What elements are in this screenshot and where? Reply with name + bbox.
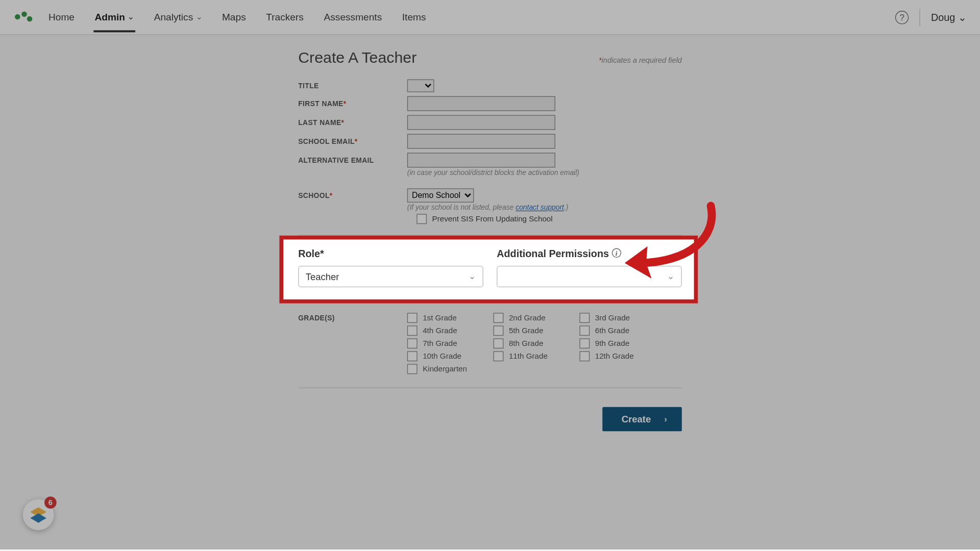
grade-5-checkbox[interactable] — [494, 325, 504, 336]
grade-3-checkbox[interactable] — [579, 313, 590, 323]
chevron-down-icon: ⌄ — [667, 271, 675, 281]
title-select[interactable] — [407, 79, 434, 92]
grades-grid: 1st Grade 2nd Grade 3rd Grade 4th Grade … — [407, 313, 666, 374]
grade-2-checkbox[interactable] — [494, 313, 504, 323]
grade-label: 9th Grade — [595, 339, 629, 347]
user-menu[interactable]: Doug ⌄ — [931, 11, 967, 23]
divider — [920, 8, 920, 26]
chevron-down-icon: ⌄ — [958, 11, 967, 23]
grade-label: 5th Grade — [509, 327, 543, 335]
grade-12-checkbox[interactable] — [579, 351, 590, 361]
grade-label: 3rd Grade — [595, 314, 630, 322]
grade-6-checkbox[interactable] — [579, 325, 590, 336]
create-button[interactable]: Create › — [603, 407, 682, 431]
help-widget[interactable]: 6 — [23, 499, 54, 530]
alt-email-input[interactable] — [407, 153, 555, 167]
grade-11-checkbox[interactable] — [494, 351, 504, 361]
last-name-label: LAST NAME* — [298, 118, 407, 126]
svg-point-1 — [21, 11, 27, 17]
svg-point-2 — [27, 16, 33, 21]
grade-label: Kindergarten — [423, 365, 467, 373]
title-label: TITLE — [298, 81, 407, 89]
page-content: Create A Teacher **indicates a required … — [0, 35, 980, 458]
grade-label: 1st Grade — [423, 314, 457, 322]
nav-items-link[interactable]: Items — [401, 2, 427, 32]
permissions-label: Additional Permissions i — [497, 247, 682, 259]
grade-label: 8th Grade — [509, 339, 543, 347]
grade-4-checkbox[interactable] — [407, 325, 418, 336]
school-email-input[interactable] — [407, 134, 555, 148]
first-name-input[interactable] — [407, 96, 555, 111]
school-label: SCHOOL* — [298, 191, 407, 199]
alt-email-hint: (in case your school/district blocks the… — [407, 168, 682, 176]
nav-right: ? Doug ⌄ — [895, 8, 967, 26]
nav-assessments[interactable]: Assessments — [323, 2, 383, 32]
chevron-down-icon: ⌄ — [196, 12, 202, 21]
svg-point-0 — [15, 14, 20, 19]
prevent-sis-label: Prevent SIS From Updating School — [432, 215, 553, 223]
grade-7-checkbox[interactable] — [407, 338, 418, 348]
nav-trackers[interactable]: Trackers — [265, 2, 305, 32]
top-nav: Home Admin⌄ Analytics⌄ Maps Trackers Ass… — [0, 0, 980, 35]
school-select[interactable]: Demo School — [407, 188, 474, 203]
required-note: **indicates a required fieldindicates a … — [599, 56, 682, 64]
school-email-label: SCHOOL EMAIL* — [298, 137, 407, 145]
grade-9-checkbox[interactable] — [579, 338, 590, 348]
nav-analytics[interactable]: Analytics⌄ — [153, 2, 203, 32]
chevron-down-icon: ⌄ — [128, 12, 134, 21]
prevent-sis-checkbox[interactable] — [416, 214, 427, 224]
last-name-input[interactable] — [407, 115, 555, 130]
notification-badge: 6 — [44, 496, 57, 509]
grade-1-checkbox[interactable] — [407, 313, 418, 323]
grade-label: 10th Grade — [423, 352, 461, 360]
svg-marker-4 — [30, 513, 46, 522]
nav-items: Home Admin⌄ Analytics⌄ Maps Trackers Ass… — [47, 2, 895, 32]
grade-10-checkbox[interactable] — [407, 351, 418, 361]
chevron-down-icon: ⌄ — [469, 271, 476, 281]
first-name-label: FIRST NAME* — [298, 99, 407, 108]
help-icon[interactable]: ? — [895, 10, 909, 23]
nav-home[interactable]: Home — [47, 2, 76, 32]
permissions-select[interactable]: ⌄ — [497, 265, 682, 287]
role-select[interactable]: Teacher ⌄ — [298, 265, 483, 287]
info-icon[interactable]: i — [611, 248, 621, 258]
grade-label: 2nd Grade — [509, 314, 546, 322]
grade-label: 11th Grade — [509, 352, 548, 360]
school-hint: (If your school is not listed, please co… — [407, 203, 682, 211]
contact-support-link[interactable]: contact support — [516, 203, 564, 211]
grade-label: 4th Grade — [423, 327, 457, 335]
role-label: Role* — [298, 247, 483, 259]
page-title: Create A Teacher — [298, 48, 416, 67]
grade-8-checkbox[interactable] — [494, 338, 504, 348]
section-divider — [298, 387, 682, 388]
grade-k-checkbox[interactable] — [407, 364, 418, 374]
grade-label: 6th Grade — [595, 327, 629, 335]
nav-maps[interactable]: Maps — [220, 2, 247, 32]
chevron-right-icon: › — [665, 414, 667, 423]
alt-email-label: ALTERNATIVE EMAIL — [298, 156, 407, 164]
grade-label: 12th Grade — [595, 352, 634, 360]
nav-admin[interactable]: Admin⌄ — [93, 2, 135, 32]
grade-label: 7th Grade — [423, 339, 457, 347]
app-logo[interactable] — [13, 9, 34, 26]
grades-label: GRADE(S) — [298, 313, 407, 374]
